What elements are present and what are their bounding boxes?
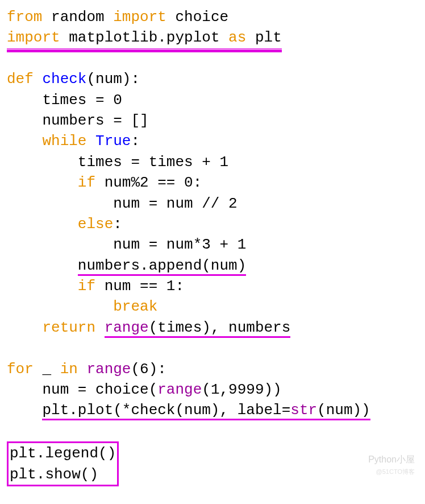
sp [86, 133, 95, 150]
kw-return: return [42, 319, 95, 336]
line-14: if num == 1: [7, 278, 184, 295]
line-8: times = times + 1 [7, 154, 228, 171]
mod-random: random [51, 9, 105, 26]
underline-range-times: range(times), numbers [105, 319, 291, 338]
line-4: def check(num): [7, 71, 140, 88]
indent [7, 298, 113, 315]
cond: num%2 == 0: [95, 174, 202, 191]
tail: (1,9999)) [202, 381, 281, 398]
line-10: num = num // 2 [7, 195, 238, 212]
kw-import: import [7, 29, 60, 46]
line-20: plt.plot(*check(num), label=str(num)) [7, 402, 370, 420]
indent [7, 381, 42, 398]
kw-from: from [7, 9, 42, 26]
indent [7, 216, 78, 233]
box-legend-show: plt.legend() plt.show() [7, 441, 119, 486]
mod-mpl: matplotlib.pyplot [69, 29, 219, 46]
builtin-range: range [105, 319, 149, 336]
tail: (6): [131, 361, 166, 378]
kw-as: as [228, 29, 246, 46]
line-11: else: [7, 216, 122, 233]
line-6: numbers = [] [7, 112, 149, 129]
kw-def: def [7, 71, 34, 88]
kw-for: for [7, 361, 34, 378]
indent [7, 257, 78, 274]
tail: (times), numbers [149, 319, 291, 336]
sp [78, 361, 87, 378]
line-16: return range(times), numbers [7, 319, 290, 338]
lead: num = choice( [42, 381, 157, 398]
underline-append: numbers.append(num) [78, 257, 246, 276]
line-12: num = num*3 + 1 [7, 236, 246, 253]
kw-while: while [42, 133, 86, 150]
cond: num == 1: [95, 278, 184, 295]
builtin-range: range [157, 381, 202, 398]
kw-if: if [78, 174, 95, 191]
line-13: numbers.append(num) [7, 257, 246, 276]
indent [7, 174, 78, 191]
line-5: times = 0 [7, 92, 122, 109]
line-22: plt.legend() [10, 445, 116, 462]
code-block: from random import choice import matplot… [7, 7, 418, 486]
lead: plt.plot(*check(num), label= [42, 402, 290, 419]
builtin-range: range [86, 361, 131, 378]
builtin-str: str [290, 402, 317, 419]
name-choice: choice [176, 9, 229, 26]
alias-plt: plt [255, 29, 282, 46]
colon: : [131, 133, 140, 150]
line-1: from random import choice [7, 9, 228, 26]
kw-else: else [78, 216, 113, 233]
line-18: for _ in range(6): [7, 361, 166, 378]
line-7: while True: [7, 133, 140, 150]
underline-plot: plt.plot(*check(num), label=str(num)) [42, 402, 370, 420]
def-tail: (num): [86, 71, 140, 88]
line-15: break [7, 298, 157, 315]
tail: (num)) [317, 402, 370, 419]
colon: : [113, 216, 122, 233]
fn-check: check [42, 71, 86, 88]
line-2: import matplotlib.pyplot as plt [7, 29, 282, 50]
indent [7, 133, 42, 150]
line-19: num = choice(range(1,9999)) [7, 381, 282, 398]
sp [95, 319, 105, 336]
underline-import-mpl: import matplotlib.pyplot as plt [7, 29, 282, 50]
lit-true: True [95, 133, 131, 150]
indent [7, 402, 42, 419]
mid: _ [34, 361, 60, 378]
kw-in: in [60, 361, 78, 378]
kw-import: import [113, 9, 166, 26]
line-23: plt.show() [10, 466, 98, 483]
line-9: if num%2 == 0: [7, 174, 202, 191]
indent [7, 278, 78, 295]
indent [7, 319, 42, 336]
kw-if: if [78, 278, 95, 295]
kw-break: break [113, 298, 157, 315]
